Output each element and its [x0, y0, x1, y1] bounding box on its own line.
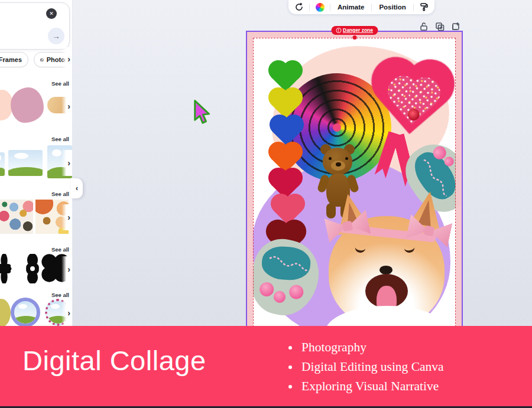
color-wheel-icon[interactable] [315, 2, 325, 12]
banner-bullet-list: Photography Digital Editing using Canva … [301, 338, 444, 396]
chevron-right-icon: › [67, 213, 70, 222]
see-all-graphics[interactable]: See all [51, 191, 69, 197]
chevron-right-icon: › [67, 54, 70, 64]
photos-scroll-chevron[interactable]: › [61, 150, 72, 176]
toolbar-divider [371, 4, 372, 11]
cycle-plus-icon[interactable] [294, 2, 304, 12]
add-page-icon[interactable] [451, 22, 460, 31]
danger-zone-label: Danger zone [343, 27, 373, 33]
chevron-right-icon: › [67, 308, 70, 318]
thumb-landscape-0[interactable] [0, 152, 5, 176]
search-submit-button[interactable]: → [48, 28, 64, 44]
thumb-frame-yellow[interactable] [0, 299, 11, 326]
see-all-photos[interactable]: See all [51, 136, 69, 142]
chevron-right-icon: › [67, 102, 70, 111]
context-toolbar: Animate Position [288, 0, 434, 14]
sidebar-collapse-button[interactable]: ‹ [71, 178, 83, 198]
chevron-right-icon: › [67, 158, 70, 168]
see-all-flowers[interactable]: See all [51, 246, 69, 253]
thumb-landscape-1[interactable] [8, 150, 43, 176]
shapes-scroll-chevron[interactable]: › [61, 93, 72, 119]
toolbar-divider [413, 4, 414, 11]
position-button[interactable]: Position [377, 4, 407, 11]
toolbar-divider [330, 4, 330, 11]
toolbar-divider [309, 4, 310, 11]
duplicate-page-icon[interactable] [435, 22, 445, 31]
title-banner: Digital Collage Photography Digital Edit… [0, 326, 532, 406]
thumb-frame-scallop[interactable] [11, 298, 40, 326]
collage-shiba-dog[interactable] [320, 190, 463, 344]
frames-scroll-chevron[interactable]: › [61, 300, 72, 326]
graphics-scroll-chevron[interactable]: › [61, 204, 72, 230]
chevron-left-icon: ‹ [76, 184, 78, 192]
elements-sidebar: ✕ → Frames Photos › See all › See all › … [0, 0, 72, 326]
flowers-scroll-chevron[interactable]: › [61, 256, 72, 282]
warning-icon: ! [336, 28, 341, 33]
search-panel: ✕ → [0, 2, 70, 50]
tab-frames-label: Frames [0, 56, 22, 63]
banner-bullet: Digital Editing using Canva [301, 357, 444, 377]
thumb-flower-spiky[interactable] [0, 254, 18, 283]
close-icon[interactable]: ✕ [46, 8, 57, 19]
tab-frames[interactable]: Frames [0, 52, 28, 67]
mouse-cursor [193, 99, 210, 125]
danger-zone-badge: ! Danger zone [331, 26, 378, 35]
banner-title: Digital Collage [22, 344, 206, 377]
tabs-scroll-chevron[interactable]: › [61, 47, 72, 71]
arrow-right-icon: → [52, 31, 60, 41]
search-input[interactable] [0, 6, 41, 21]
page-controls [419, 22, 460, 31]
thumb-blob-mauve[interactable] [11, 87, 44, 123]
photo-icon [40, 56, 44, 64]
paint-roller-icon[interactable] [419, 2, 429, 12]
lock-open-icon[interactable] [419, 22, 429, 31]
see-all-shapes[interactable]: See all [51, 80, 69, 87]
danger-zone-dot [352, 35, 356, 40]
chevron-right-icon: › [67, 265, 70, 274]
animate-button[interactable]: Animate [336, 4, 366, 11]
banner-bullet: Exploring Visual Narrative [301, 377, 444, 396]
thumb-abstract-1[interactable] [0, 200, 33, 234]
see-all-frames[interactable]: See all [51, 292, 69, 298]
banner-bullet: Photography [301, 338, 444, 357]
